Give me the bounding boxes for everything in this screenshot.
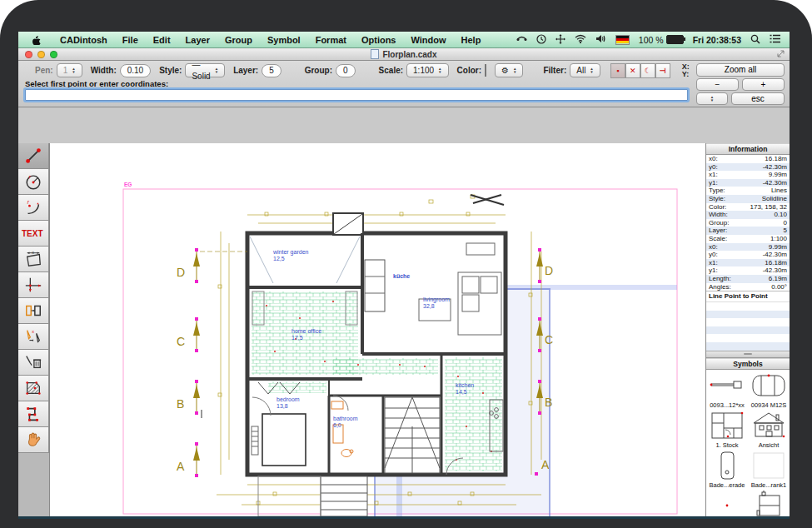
snap-center-toggle[interactable]: ☾ [640,63,655,78]
move-cursor-icon[interactable] [555,34,565,46]
info-row: Style:Solidline [706,195,790,203]
delete-tool-button[interactable] [18,350,49,376]
filter-dropdown[interactable]: All▲▼ [570,63,600,77]
notification-list-icon[interactable] [770,34,781,45]
symbol-item[interactable]: Bett [748,490,790,516]
titlebar[interactable]: Florplan.cadx [18,48,790,61]
document-icon [371,49,379,59]
circle-tool-button[interactable]: r [18,169,49,195]
symbol-item[interactable]: Bade...erade [706,450,748,490]
menu-edit[interactable]: Edit [146,35,178,45]
snap-point-toggle[interactable]: ▪ [610,63,625,78]
menu-file[interactable]: File [115,35,146,45]
screen-bezel: CADintosh File Edit Layer Group Symbol F… [0,0,812,528]
minimize-window-button[interactable] [37,51,45,58]
edit-points-tool-button[interactable]: x [18,324,49,350]
snap-intersection-toggle[interactable]: ✕ [625,63,640,78]
polyline-tool-button[interactable] [18,401,49,427]
history-stepper[interactable]: ▲▼ [696,92,728,105]
wifi-icon[interactable] [575,34,586,45]
hatch-icon [24,379,42,397]
menu-options[interactable]: Options [354,35,404,45]
symbols-header[interactable]: Symbols [706,358,790,370]
copy-symbol-tool-button[interactable] [18,298,49,324]
axis-tool-button[interactable] [18,272,49,298]
svg-text:D: D [545,264,553,277]
info-row: Length:6.19m [706,275,790,283]
svg-text:x: x [32,329,34,334]
group-field[interactable]: 0 [336,64,356,77]
symbol-item[interactable]: Balke...*90d [706,490,748,516]
style-dropdown[interactable]: — Solid▲▼ [185,63,225,77]
svg-text:14,5: 14,5 [456,389,467,395]
menu-help[interactable]: Help [454,35,489,45]
apple-menu-icon[interactable] [32,34,41,45]
gear-dropdown[interactable]: ⚙▲▼ [495,63,523,77]
information-rows: x0:16.18m y0:-42.30m x1:9.99m y1:-42.30m… [706,155,790,291]
resize-icon[interactable] [777,50,785,59]
menu-group[interactable]: Group [217,35,260,45]
pan-tool-button[interactable] [18,427,49,453]
zoom-all-button[interactable]: Zoom all [696,63,785,77]
tool-info-rows [706,302,790,351]
symbol-item[interactable]: Bade...rank1 [748,450,790,490]
info-row: Group:0 [706,219,790,227]
drawing-canvas[interactable]: EG [50,143,705,516]
snap-endpoint-toggle[interactable]: ⊣ [655,63,670,78]
right-panel: Information x0:16.18m y0:-42.30m x1:9.99… [705,143,790,516]
text-tool-button[interactable]: TEXT [18,221,49,247]
zoom-out-button[interactable]: − [696,78,739,91]
line-tool-button[interactable] [18,143,49,169]
menu-layer[interactable]: Layer [178,35,217,45]
info-row: Scale:1:100 [706,235,790,243]
information-header[interactable]: Information [706,143,790,155]
svg-text:kitchen: kitchen [456,382,474,388]
symbol-item[interactable]: 1. Stock [706,410,748,450]
pen-stepper[interactable]: 1▲▼ [57,63,82,77]
menu-format[interactable]: Format [308,35,354,45]
scale-value: 1:100 [413,65,434,77]
copy-shape-icon [24,301,42,320]
panel-splitter[interactable] [706,351,790,358]
svg-text:32,8: 32,8 [423,303,435,309]
info-row: x0:9.99m [706,243,790,252]
arc-tool-button[interactable]: r [18,195,49,221]
svg-text:TEXT: TEXT [22,229,43,238]
zoom-window-button[interactable] [50,51,57,58]
scale-dropdown[interactable]: 1:100▲▼ [406,63,449,77]
coordinate-input[interactable] [25,89,688,101]
menubar-clock[interactable]: Fri 20:38:53 [693,35,741,45]
polyline-icon [24,405,42,423]
menu-window[interactable]: Window [404,35,454,45]
symbol-item[interactable]: 0093...12*xx [706,370,748,410]
phone-icon[interactable] [516,34,527,45]
symbol-item[interactable]: 00934 M12S [748,370,790,410]
battery-indicator[interactable]: 100 % [639,35,684,45]
symbol-item[interactable]: Ansicht [748,410,790,450]
info-row: Layer:5 [706,227,790,235]
spotlight-search-icon[interactable] [750,34,760,46]
volume-icon[interactable] [595,34,606,45]
cadintosh-window: Florplan.cadx Pen: 1▲▼ Width: 0.10 Style… [18,48,790,519]
arc-radius-icon: r [24,198,42,217]
color-swatch[interactable] [485,64,486,77]
info-row: y1:-42.30m [706,179,790,187]
bolt-symbol-icon [709,373,745,398]
close-window-button[interactable] [25,51,32,58]
zoom-in-button[interactable]: + [742,78,785,91]
esc-button[interactable]: esc [731,92,785,105]
german-flag-icon[interactable] [615,35,630,45]
layer-field[interactable]: 5 [262,64,281,77]
sync-clock-icon[interactable] [536,34,546,46]
pen-edit-icon: x [24,327,42,346]
menubar: CADintosh File Edit Layer Group Symbol F… [18,32,790,48]
svg-text:livingroom: livingroom [423,296,450,303]
dimension-tool-button[interactable]: x [18,247,49,272]
menu-symbol[interactable]: Symbol [260,35,308,45]
width-field[interactable]: 0.10 [120,64,151,77]
scale-label: Scale: [379,66,403,75]
filter-value: All [576,65,585,77]
menu-app[interactable]: CADintosh [52,35,115,45]
svg-text:bedroom: bedroom [276,396,300,402]
hatch-tool-button[interactable] [18,376,49,401]
